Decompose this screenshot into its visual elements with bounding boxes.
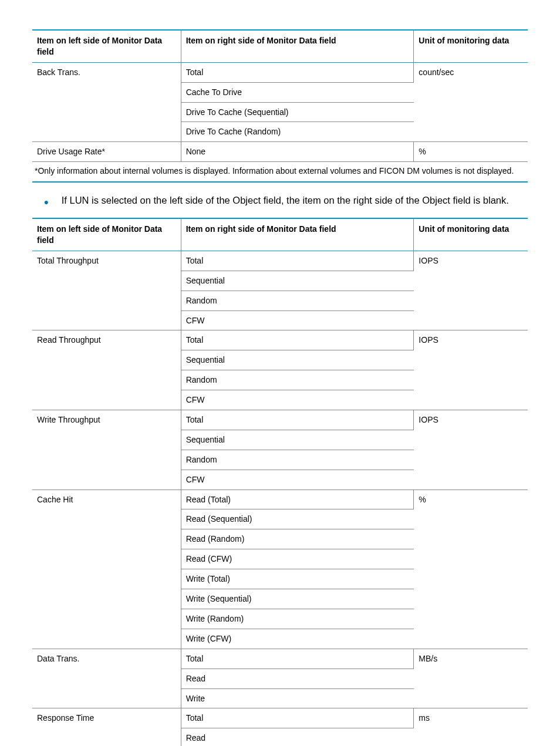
cell-right-item: Total [181, 330, 414, 350]
cell-right-item: Sequential [181, 350, 414, 370]
cell-right-item: Write (Random) [181, 609, 414, 629]
cell-right-item: Read [181, 728, 414, 746]
table-row: Drive Usage Rate*None% [32, 142, 528, 162]
cell-right-item: Random [181, 450, 414, 470]
table-footnote: *Only information about internal volumes… [32, 162, 528, 182]
cell-right-item: Drive To Cache (Random) [181, 122, 414, 142]
cell-right-item: Write [181, 688, 414, 708]
cell-right-item: Write (Total) [181, 569, 414, 589]
table-row: Write ThroughputTotalIOPS [32, 410, 528, 430]
cell-left-item: Drive Usage Rate* [32, 142, 181, 162]
table-header-row: Item on left side of Monitor Data field … [32, 30, 528, 62]
cell-right-item: Total [181, 251, 414, 271]
cell-right-item: Write (Sequential) [181, 589, 414, 609]
cell-left-item: Total Throughput [32, 251, 181, 330]
bullet-text: If LUN is selected on the left side of t… [62, 194, 509, 207]
cell-left-item: Response Time [32, 708, 181, 746]
table-footnote-row: *Only information about internal volumes… [32, 162, 528, 182]
cell-unit: IOPS [414, 330, 528, 410]
monitor-data-table-2: Item on left side of Monitor Data field … [32, 218, 528, 746]
cell-right-item: Read (Sequential) [181, 509, 414, 529]
cell-unit: count/sec [414, 62, 528, 142]
cell-right-item: Cache To Drive [181, 82, 414, 102]
col-header-right: Item on right side of Monitor Data field [181, 218, 414, 251]
cell-left-item: Write Throughput [32, 410, 181, 490]
cell-right-item: Sequential [181, 271, 414, 291]
col-header-right: Item on right side of Monitor Data field [181, 30, 414, 62]
monitor-data-table-1: Item on left side of Monitor Data field … [32, 29, 528, 183]
cell-left-item: Back Trans. [32, 62, 181, 142]
col-header-unit: Unit of monitoring data [414, 218, 528, 251]
cell-unit: IOPS [414, 251, 528, 330]
cell-right-item: Random [181, 291, 414, 310]
cell-unit: IOPS [414, 410, 528, 490]
table-row: Back Trans.Totalcount/sec [32, 62, 528, 82]
cell-right-item: Total [181, 410, 414, 430]
cell-right-item: None [181, 142, 414, 162]
cell-right-item: CFW [181, 390, 414, 410]
bullet-item: • If LUN is selected on the left side of… [44, 194, 528, 207]
cell-right-item: Sequential [181, 430, 414, 450]
cell-left-item: Data Trans. [32, 649, 181, 708]
cell-unit: % [414, 490, 528, 649]
table-row: Data Trans.TotalMB/s [32, 649, 528, 669]
cell-right-item: Drive To Cache (Sequential) [181, 102, 414, 122]
table-header-row: Item on left side of Monitor Data field … [32, 218, 528, 251]
cell-left-item: Read Throughput [32, 330, 181, 410]
cell-right-item: CFW [181, 470, 414, 490]
table-row: Cache HitRead (Total)% [32, 490, 528, 509]
cell-right-item: Read [181, 669, 414, 688]
table-row: Response TimeTotalms [32, 708, 528, 728]
cell-right-item: Total [181, 708, 414, 728]
col-header-unit: Unit of monitoring data [414, 30, 528, 62]
col-header-left: Item on left side of Monitor Data field [32, 30, 181, 62]
cell-right-item: Random [181, 370, 414, 390]
cell-right-item: Read (Total) [181, 490, 414, 509]
cell-right-item: Read (CFW) [181, 549, 414, 569]
cell-unit: % [414, 142, 528, 162]
cell-right-item: Read (Random) [181, 529, 414, 549]
cell-right-item: Total [181, 649, 414, 669]
cell-right-item: Write (CFW) [181, 629, 414, 649]
cell-right-item: Total [181, 62, 414, 82]
cell-unit: MB/s [414, 649, 528, 708]
cell-right-item: CFW [181, 310, 414, 330]
cell-unit: ms [414, 708, 528, 746]
bullet-icon: • [44, 198, 49, 207]
cell-left-item: Cache Hit [32, 490, 181, 649]
col-header-left: Item on left side of Monitor Data field [32, 218, 181, 251]
table-row: Read ThroughputTotalIOPS [32, 330, 528, 350]
table-row: Total ThroughputTotalIOPS [32, 251, 528, 271]
